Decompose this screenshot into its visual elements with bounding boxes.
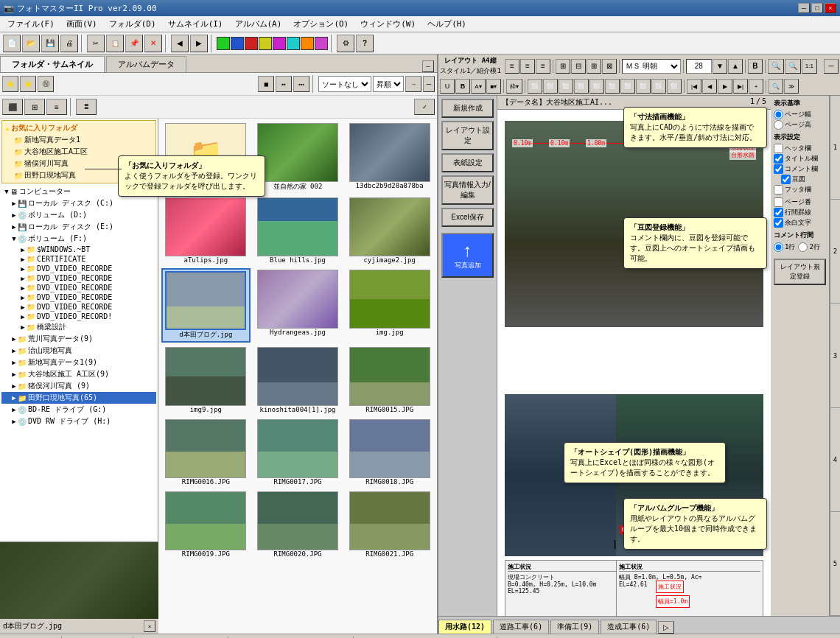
extra-button[interactable]: ≫ bbox=[784, 79, 799, 94]
align-right-button[interactable]: ≡ bbox=[536, 59, 550, 74]
bottom-tab-1[interactable]: 用水路(12) bbox=[438, 620, 491, 634]
layout-settings-button[interactable]: レイアウト設定 bbox=[441, 121, 494, 150]
cell-7[interactable]: ⬜ bbox=[620, 79, 635, 94]
align-left-button[interactable]: ≡ bbox=[505, 59, 519, 74]
check-header[interactable]: ヘッタ欄 bbox=[774, 144, 826, 153]
order-select[interactable]: 昇順 bbox=[373, 76, 404, 92]
radio-2row[interactable]: 2行 bbox=[798, 242, 819, 252]
table-2-button[interactable]: ⊟ bbox=[571, 59, 586, 74]
nav-next[interactable]: ▶| bbox=[733, 79, 748, 94]
menu-thumbnail[interactable]: サムネイル(I) bbox=[162, 17, 229, 31]
cell-8[interactable]: ⬜ bbox=[636, 79, 651, 94]
preview-close-button[interactable]: × bbox=[144, 620, 155, 632]
cell-10[interactable]: ⬜ bbox=[667, 79, 682, 94]
nav-add[interactable]: + bbox=[749, 79, 763, 94]
tab-folder-thumbnail[interactable]: フォルダ・サムネイル bbox=[0, 56, 105, 72]
new-file-button[interactable]: 📄 bbox=[3, 35, 21, 52]
open-button[interactable]: 📂 bbox=[22, 35, 40, 52]
menu-help[interactable]: ヘルプ(H) bbox=[421, 17, 472, 31]
tab-album-data[interactable]: アルバムデータ bbox=[106, 56, 186, 72]
cell-3[interactable]: ⬜ bbox=[559, 79, 573, 94]
check-zu-input[interactable] bbox=[781, 175, 791, 184]
thumb-size-2[interactable]: ▪▪ bbox=[276, 76, 292, 92]
tree-dvd-4[interactable]: ▶ 📁 DVD_VIDEO_RECORDE bbox=[1, 292, 156, 302]
thumb-rimg17[interactable]: RIMG0017.JPG bbox=[253, 418, 343, 487]
menu-album[interactable]: アルバム(A) bbox=[229, 17, 288, 31]
tree-volume-f[interactable]: ▼ 💿 ボリューム (F:) bbox=[1, 233, 156, 245]
tree-bridge[interactable]: ▶ 📁 橋梁設計 bbox=[1, 321, 156, 333]
view-detail-button[interactable]: ≣ bbox=[76, 99, 97, 115]
search-button[interactable]: 🔍 bbox=[769, 79, 783, 94]
thumb-rimg15[interactable]: RIMG0015.JPG bbox=[345, 346, 434, 415]
cell-6[interactable]: ⬜ bbox=[605, 79, 620, 94]
thumb-rimg19[interactable]: RIMG0019.JPG bbox=[161, 490, 251, 559]
check-margin[interactable]: 余白文字 bbox=[774, 218, 826, 228]
tree-dvd-rw[interactable]: ▶ 💿 DVD RW ドライブ (H:) bbox=[1, 416, 156, 427]
check-footer[interactable]: フッタ欄 bbox=[774, 185, 826, 194]
paste-button[interactable]: 📌 bbox=[125, 35, 143, 52]
marker-5[interactable]: 5 bbox=[830, 512, 840, 616]
panel-close-right[interactable]: ─ bbox=[824, 59, 839, 74]
radio-1row[interactable]: 1行 bbox=[774, 242, 795, 252]
paper-settings-button[interactable]: 表紙設定 bbox=[441, 153, 494, 172]
panel-col-minimize[interactable]: ─ bbox=[423, 76, 435, 92]
thumb-rimg21[interactable]: RIMG0021.JPG bbox=[345, 490, 434, 559]
nav-prev[interactable]: ◀ bbox=[702, 79, 717, 94]
thumb-rimg16[interactable]: RIMG0016.JPG bbox=[161, 418, 251, 487]
tree-dvd-1[interactable]: ▶ 📁 DVD_VIDEO_RECORDE bbox=[1, 264, 156, 273]
delete-button[interactable]: ✕ bbox=[144, 35, 162, 52]
radio-page-height[interactable]: ページ高 bbox=[774, 120, 826, 130]
font-size-down[interactable]: ▼ bbox=[713, 59, 727, 74]
favorite-add-button[interactable]: ★ bbox=[20, 76, 36, 92]
table-3-button[interactable]: ⊞ bbox=[587, 59, 601, 74]
new-create-button[interactable]: 新規作成 bbox=[441, 99, 494, 118]
cell-5[interactable]: ⬜ bbox=[589, 79, 604, 94]
menu-view[interactable]: 画面(V) bbox=[60, 17, 103, 31]
tree-certificate[interactable]: ▶ 📁 CERTIFICATE bbox=[1, 254, 156, 264]
thumb-1[interactable]: 並自然の家 002 bbox=[253, 122, 343, 193]
tree-local-e[interactable]: ▶ 💾 ローカル ディスク (E:) bbox=[1, 221, 156, 233]
photo-add-button[interactable]: ↑ 写真追加 bbox=[441, 233, 494, 278]
thumb-hydrangeas[interactable]: Hydrangeas.jpg bbox=[253, 268, 343, 343]
settings-button[interactable]: ⚙ bbox=[337, 35, 354, 52]
color-yellow[interactable] bbox=[259, 37, 272, 50]
table-4-button[interactable]: ⊠ bbox=[602, 59, 617, 74]
tree-inomata[interactable]: ▶ 📁 猪俣河川写真 (9) bbox=[1, 380, 156, 392]
color-purple[interactable] bbox=[273, 37, 286, 50]
check-comment-input[interactable] bbox=[774, 164, 783, 174]
check-all-button[interactable]: ✓ bbox=[414, 99, 435, 115]
tree-tanoguchi[interactable]: ▶ 📁 田野口現地写真(65) bbox=[1, 392, 156, 404]
thumb-kino[interactable]: kinoshita004[1].jpg bbox=[253, 346, 343, 415]
marker-1[interactable]: 1 bbox=[830, 96, 840, 200]
color-pink[interactable] bbox=[315, 37, 328, 50]
thumb-honda[interactable]: d本田ブログ.jpg bbox=[161, 268, 251, 343]
color-red[interactable] bbox=[245, 37, 258, 50]
zoom-in-button[interactable]: 🔍 bbox=[768, 59, 784, 74]
minimize-button[interactable]: ─ bbox=[798, 3, 810, 13]
bold-button-2[interactable]: B bbox=[455, 79, 470, 94]
border-select[interactable]: 枠▾ bbox=[506, 79, 522, 94]
font-color-button[interactable]: A▾ bbox=[471, 79, 486, 94]
bottom-tab-3[interactable]: 準備工(9) bbox=[550, 620, 599, 634]
color-green[interactable] bbox=[217, 37, 230, 50]
favorite-star-button[interactable]: ★ bbox=[2, 76, 18, 92]
panel-minimize-button[interactable]: ─ bbox=[422, 60, 434, 72]
cut-button[interactable]: ✂ bbox=[87, 35, 105, 52]
thumb-bluehills[interactable]: Blue hills.jpg bbox=[253, 196, 343, 265]
radio-page-width-input[interactable] bbox=[774, 110, 783, 119]
bottom-tab-2[interactable]: 道路工事(6) bbox=[493, 620, 549, 634]
tree-dvd-2[interactable]: ▶ 📁 DVD_VIDEO_RECORDE bbox=[1, 273, 156, 283]
bottom-tab-4[interactable]: 造成工事(6) bbox=[601, 620, 657, 634]
view-small-button[interactable]: ≡ bbox=[46, 99, 67, 115]
bold-button[interactable]: B bbox=[748, 59, 763, 74]
thumb-tulips[interactable]: aTulips.jpg bbox=[161, 196, 251, 265]
copy-button[interactable]: 📋 bbox=[106, 35, 124, 52]
menu-folder[interactable]: フォルダ(D) bbox=[103, 17, 162, 31]
view-large-button[interactable]: ⬛ bbox=[2, 99, 23, 115]
tree-otani[interactable]: ▶ 📁 大谷地区施工 A工区(9) bbox=[1, 368, 156, 380]
tree-arakawa[interactable]: ▶ 📁 荒川写真データ(9) bbox=[1, 333, 156, 345]
bottom-tab-scroll[interactable]: ▷ bbox=[658, 621, 674, 634]
zoom-100-button[interactable]: 1:1 bbox=[802, 59, 817, 74]
check-line-input[interactable] bbox=[774, 208, 783, 217]
undo-button[interactable]: ◀ bbox=[171, 35, 189, 52]
